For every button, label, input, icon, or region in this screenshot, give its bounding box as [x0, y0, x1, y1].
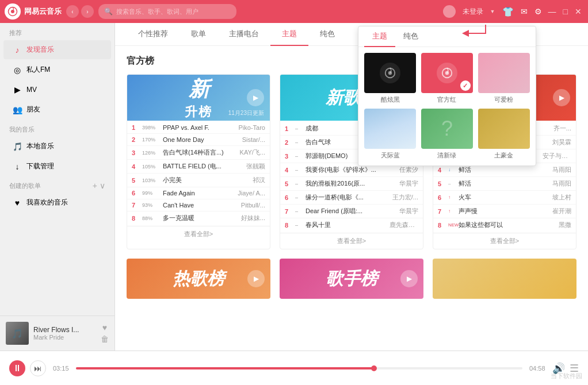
rank-trend: – [295, 209, 303, 214]
rank-pct: 105% [142, 164, 161, 170]
banner-singer-cn: 歌手榜 [326, 267, 377, 291]
rank-title: 告白气球(14种语言...) [163, 148, 234, 157]
rank-trend: – [295, 167, 303, 173]
tab-playlist[interactable]: 歌单 [180, 23, 217, 46]
rank-trend: ↑ [448, 209, 456, 214]
banner1-play[interactable]: ▶ [247, 270, 265, 287]
banner-hot-songs[interactable]: 热歌榜 ▶ [127, 259, 270, 299]
table-row: 6 ↑ 火车 坡上村 [433, 191, 576, 205]
mail-icon[interactable]: ✉ [521, 7, 528, 16]
minimize-button[interactable]: — [547, 7, 558, 16]
rank-pct: 99% [142, 190, 161, 196]
user-login-label[interactable]: 未登录 [463, 7, 483, 17]
maximize-button[interactable]: □ [562, 7, 570, 16]
chart3-play-button[interactable]: ▶ [553, 89, 570, 106]
close-button[interactable]: ✕ [573, 7, 583, 16]
next-button[interactable]: ⏭ [30, 360, 46, 376]
tab-recommend[interactable]: 个性推荐 [127, 23, 180, 46]
sidebar-item-local[interactable]: 🎵 本地音乐 [3, 137, 111, 156]
banner2-play[interactable]: ▶ [400, 270, 418, 287]
tab-pure[interactable]: 纯色 [308, 23, 346, 46]
rank-artist: 任素汐 [390, 165, 418, 174]
search-input[interactable] [116, 8, 231, 15]
theme-red-label: 官方红 [421, 95, 474, 104]
rank-num: 7 [132, 202, 140, 209]
sidebar-item-fm[interactable]: ◎ 私人FM [3, 60, 111, 79]
tab-radio[interactable]: 主播电台 [217, 23, 270, 46]
chart3-view-all[interactable]: 查看全部> [433, 233, 576, 249]
theme-tab-pure[interactable]: 纯色 [395, 26, 426, 47]
back-button[interactable]: ‹ [66, 5, 79, 18]
sidebar-item-liked[interactable]: ♥ 我喜欢的音乐 [3, 193, 111, 212]
rank-num: 7 [438, 208, 446, 215]
theme-swatch-pink [478, 53, 530, 93]
chart1-cn-subtitle: 升榜 [185, 103, 212, 121]
rank-artist: 崔开潮 [543, 207, 571, 215]
chart1-view-all[interactable]: 查看全部> [127, 226, 270, 242]
chart1-list: 1 398% PPAP vs. Axel F. Piko-Taro 2 170%… [127, 121, 270, 226]
pause-button[interactable]: ⏸ [9, 360, 25, 376]
rank-trend: ↓ [448, 167, 456, 172]
titlebar: 网易云音乐 ‹ › 🔍 未登录 ▼ 👕 ✉ ⚙ — □ ✕ [0, 0, 588, 23]
chevron-down-icon[interactable]: ∨ [100, 181, 105, 190]
theme-item-dark[interactable]: 酷炫黑 [364, 53, 417, 104]
rank-title: 我的滑板鞋2016(原... [306, 179, 387, 188]
sidebar-item-fm-label: 私人FM [26, 65, 50, 75]
sidebar-item-discover[interactable]: ♪ 发现音乐 [3, 40, 111, 59]
sidebar-item-mv[interactable]: ▶ MV [3, 80, 111, 99]
banner-other [433, 259, 576, 299]
np-delete-icon[interactable]: 🗑 [101, 334, 109, 344]
shirt-icon[interactable]: 👕 [502, 6, 514, 17]
friends-icon: 👥 [13, 105, 22, 114]
theme-tab-theme[interactable]: 主题 [364, 26, 395, 47]
settings-icon[interactable]: ⚙ [534, 7, 542, 16]
dropdown-arrow[interactable]: ▼ [490, 9, 495, 14]
tab-theme[interactable]: 主题 [270, 23, 308, 46]
theme-swatch-skyblue [364, 109, 416, 149]
np-artist: Mark Pride [33, 334, 96, 341]
chart1-play-button[interactable]: ▶ [247, 89, 264, 106]
player-controls: ⏸ ⏭ [9, 360, 46, 376]
sidebar-item-friends[interactable]: 👥 朋友 [3, 100, 111, 119]
sidebar-item-download[interactable]: ↓ 下载管理 [3, 157, 111, 176]
theme-swatch-red: ✓ [421, 53, 473, 93]
np-album-art: 🎵 [6, 322, 29, 345]
rank-num: 6 [285, 194, 293, 201]
logo-area: 网易云音乐 [5, 3, 62, 20]
rank-trend: – [295, 181, 303, 187]
table-row: 5 – 我的滑板鞋2016(原... 华晨宇 [280, 177, 423, 191]
sidebar-section-my-music: 我的音乐 [0, 120, 114, 136]
theme-dark-label: 酷炫黑 [364, 95, 417, 104]
chart2-view-all[interactable]: 查看全部> [280, 233, 423, 249]
rank-artist: 黑撒 [543, 221, 571, 229]
theme-item-green[interactable]: ? 清新绿 [421, 109, 474, 160]
sidebar-item-mv-label: MV [26, 86, 37, 94]
sidebar-item-liked-label: 我喜欢的音乐 [26, 198, 68, 207]
rank-trend: – [295, 195, 303, 201]
theme-item-pink[interactable]: 可爱粉 [478, 53, 530, 104]
theme-item-skyblue[interactable]: 天际蓝 [364, 109, 417, 160]
progress-bar[interactable] [76, 367, 522, 369]
banner-singer[interactable]: 歌手榜 ▶ [280, 259, 423, 299]
chart-new-rising: 新 升榜 ▶ 11月23日更新 1 398% PPAP vs. Axel F. [127, 74, 270, 249]
sidebar-item-download-label: 下载管理 [26, 161, 54, 171]
np-like-icon[interactable]: ♥ [102, 323, 107, 332]
rank-trend: – [295, 153, 303, 159]
sidebar-item-discover-label: 发现音乐 [26, 45, 54, 55]
forward-button[interactable]: › [81, 5, 94, 18]
theme-item-gold[interactable]: 土豪金 [478, 109, 530, 160]
add-playlist-icon[interactable]: + [93, 181, 97, 190]
watermark: 当下软件园 [551, 372, 582, 380]
rank-artist: 鹿先森乐... [390, 221, 418, 229]
search-bar[interactable]: 🔍 [98, 4, 236, 19]
rank-num: 6 [132, 190, 140, 197]
rank-title: Dear Friend (原唱:... [306, 207, 387, 215]
np-actions: ♥ 🗑 [101, 323, 109, 344]
user-area: 未登录 ▼ 👕 ✉ ⚙ [443, 5, 542, 18]
rank-artist: 张靓颖 [236, 162, 265, 171]
rank-num: 8 [438, 222, 446, 229]
rank-title: 鲜活 [459, 165, 540, 174]
theme-item-red[interactable]: ✓ 官方红 [421, 53, 474, 104]
np-info: River Flows I... Mark Pride [33, 326, 96, 341]
np-song-title: River Flows I... [33, 326, 96, 334]
